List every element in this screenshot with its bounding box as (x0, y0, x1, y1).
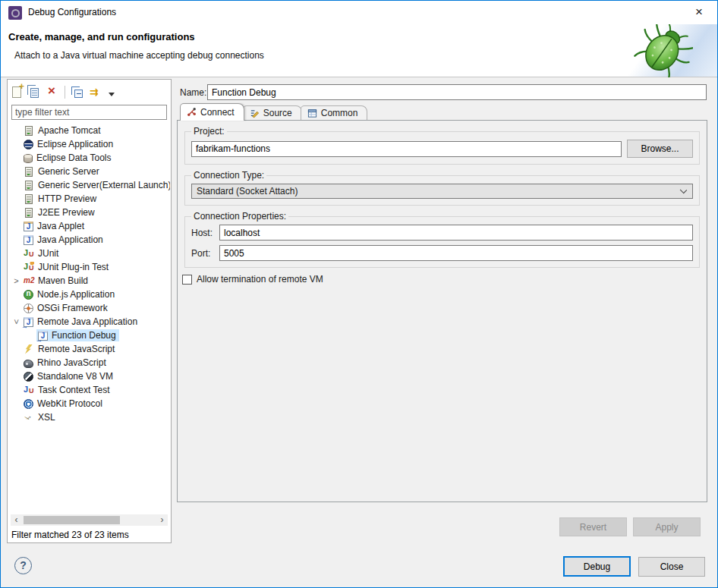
more-options-chevron-icon[interactable] (109, 93, 115, 96)
tree-item[interactable]: Java Applet (8, 219, 170, 233)
title-bar: Debug Configurations × (1, 1, 717, 24)
tree-item[interactable]: HTTP Preview (8, 192, 170, 206)
tree-item-label: Apache Tomcat (38, 125, 101, 136)
name-label: Name: (180, 87, 206, 98)
allow-termination-row: Allow termination of remote VM (182, 274, 707, 285)
connection-type-value: Standard (Socket Attach) (197, 186, 298, 197)
server-icon (25, 208, 33, 218)
tree-item[interactable]: JUnit (8, 247, 170, 260)
configurations-panel: × ⇉ Apache Tomcat Eclipse Application Ec… (7, 79, 172, 543)
banner-title: Create, manage, and run configurations (8, 31, 195, 42)
tab-source-label: Source (263, 108, 292, 118)
tree-item[interactable]: Eclipse Data Tools (8, 151, 170, 165)
tab-common[interactable]: Common (301, 105, 368, 121)
tree-item[interactable]: OSGi Framework (8, 301, 170, 315)
tree-item-label: Standalone V8 VM (37, 371, 113, 382)
tree-item[interactable]: > Maven Build (8, 274, 170, 288)
scroll-left-icon[interactable]: ‹ (11, 514, 22, 526)
port-input[interactable] (219, 245, 693, 261)
tree-item[interactable]: Task Context Test (8, 383, 170, 397)
tree-item-label: Java Application (37, 234, 103, 245)
tree-item[interactable]: Node.js Application (8, 288, 170, 301)
tree-item-label: Generic Server (38, 166, 99, 177)
scrollbar-track[interactable] (22, 514, 156, 526)
xsl-icon (24, 412, 34, 423)
tree-item-label: HTTP Preview (38, 193, 96, 204)
connection-type-select[interactable]: Standard (Socket Attach) (191, 184, 693, 199)
jslightning-icon (25, 344, 33, 354)
webkit-icon (24, 399, 33, 409)
filter-launch-configurations-icon[interactable]: ⇉ (90, 86, 102, 98)
tree-item[interactable]: Apache Tomcat (8, 124, 170, 137)
tree-item[interactable]: Remote JavaScript (8, 342, 170, 356)
server-icon (25, 126, 33, 136)
node-icon (24, 290, 33, 300)
banner-subtitle: Attach to a Java virtual machine accepti… (14, 50, 264, 61)
help-button[interactable]: ? (14, 557, 32, 574)
debug-button[interactable]: Debug (563, 556, 631, 577)
collapse-all-icon[interactable] (74, 90, 83, 98)
tree-item[interactable]: Function Debug (8, 329, 170, 342)
scrollbar-thumb[interactable] (24, 516, 120, 524)
connection-type-group-label: Connection Type: (191, 170, 266, 181)
header-banner: Create, manage, and run configurations A… (1, 24, 717, 77)
tree-item-label: Node.js Application (37, 289, 115, 300)
applet-icon (24, 222, 33, 231)
dialog-button-bar: ? Debug Close (1, 546, 717, 587)
tree-item[interactable]: J2EE Preview (8, 206, 170, 219)
tree-item[interactable]: Java Application (8, 233, 170, 247)
tree-item[interactable]: Rhino JavaScript (8, 356, 170, 369)
toolbar-separator (65, 86, 65, 99)
tree-item-label: JUnit (38, 248, 58, 259)
server-icon (25, 167, 33, 177)
browse-button[interactable]: Browse... (627, 140, 693, 158)
tree-item[interactable]: > Remote Java Application (8, 315, 170, 329)
allow-termination-label: Allow termination of remote VM (197, 274, 323, 285)
revert-button[interactable]: Revert (559, 517, 627, 536)
scroll-right-icon[interactable]: › (156, 514, 168, 526)
junitplugin-icon (24, 262, 34, 272)
close-button[interactable]: Close (638, 557, 705, 577)
tree-item[interactable]: XSL (8, 410, 170, 424)
eclipse-icon (24, 140, 33, 149)
filter-input[interactable] (11, 105, 167, 120)
connect-tab-content: Project: Browse... Connection Type: Stan… (177, 120, 707, 502)
project-input[interactable] (191, 141, 622, 157)
tab-connect[interactable]: Connect (180, 103, 244, 121)
allow-termination-checkbox[interactable] (182, 275, 192, 285)
window-close-icon[interactable]: × (690, 3, 708, 21)
apply-button[interactable]: Apply (633, 517, 701, 536)
tree-item[interactable]: Generic Server (8, 165, 170, 178)
tree-item[interactable]: WebKit Protocol (8, 397, 170, 410)
tree-horizontal-scrollbar[interactable]: ‹ › (11, 514, 168, 526)
duplicate-launch-configuration-icon[interactable] (30, 88, 39, 98)
tree-item-label: WebKit Protocol (37, 398, 102, 409)
dialog-body: × ⇉ Apache Tomcat Eclipse Application Ec… (1, 77, 717, 546)
new-launch-configuration-icon[interactable] (12, 86, 21, 98)
tree-item-label: JUnit Plug-in Test (38, 262, 109, 272)
tree-item-label: Eclipse Application (37, 139, 113, 149)
tree-item-label: Java Applet (37, 221, 84, 231)
tree-expander-icon[interactable]: > (11, 276, 22, 285)
tree-item-label: Maven Build (38, 275, 88, 286)
tree-expander-icon[interactable]: > (12, 316, 21, 328)
tree-item[interactable]: Generic Server(External Launch) (8, 178, 170, 192)
tree-item-label: Task Context Test (38, 385, 110, 395)
server-icon (25, 181, 33, 190)
project-group: Project: Browse... (184, 126, 700, 165)
tree-item[interactable]: JUnit Plug-in Test (8, 260, 170, 274)
tree-item-label: J2EE Preview (38, 207, 95, 218)
tree-item-label: Rhino JavaScript (37, 357, 106, 368)
tree-item[interactable]: Eclipse Application (8, 137, 170, 151)
remotejava-icon (38, 331, 48, 341)
tree-item-label: Function Debug (52, 330, 116, 341)
delete-selected-configurations-icon[interactable]: × (46, 86, 58, 98)
name-input[interactable] (207, 84, 707, 100)
tree-item[interactable]: Standalone V8 VM (8, 369, 170, 383)
debug-configurations-dialog: Debug Configurations × Create, manage, a… (0, 0, 718, 588)
connection-properties-group: Connection Properties: Host: Port: (184, 211, 700, 268)
tab-source[interactable]: Source (243, 105, 302, 121)
host-input[interactable] (219, 225, 693, 241)
tree-item-label: Generic Server(External Launch) (38, 180, 170, 190)
connection-properties-group-label: Connection Properties: (191, 211, 288, 222)
